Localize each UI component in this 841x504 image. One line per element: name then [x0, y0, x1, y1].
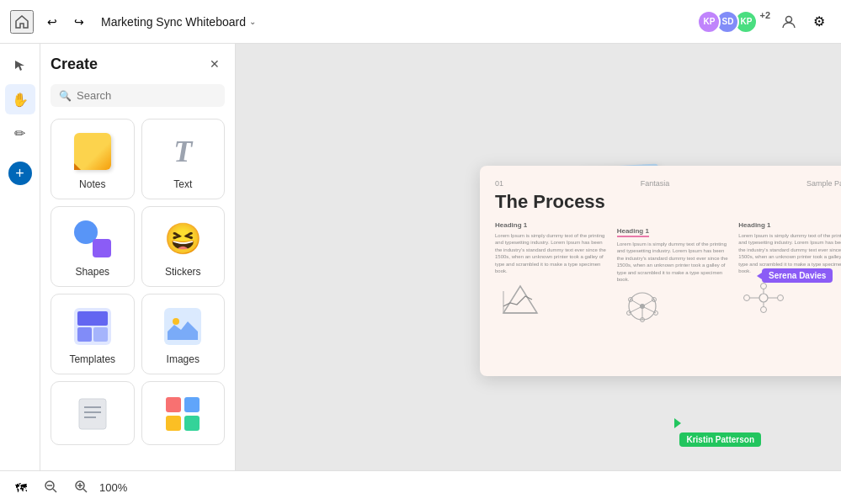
svg-rect-8 [184, 397, 200, 412]
svg-point-2 [173, 318, 179, 325]
home-button[interactable] [10, 10, 34, 34]
app-title: Marketing Sync Whiteboard [101, 15, 246, 29]
card-title: The Process [495, 191, 841, 213]
bottombar: 🗺 100% [0, 470, 841, 504]
select-tool-button[interactable] [5, 50, 35, 81]
col2-img [617, 288, 731, 328]
text-item[interactable]: T Text [141, 119, 226, 199]
more-items [51, 381, 225, 445]
images-item[interactable]: Images [141, 294, 226, 374]
kristin-label: Kristin Patterson [686, 435, 754, 444]
col1-img [495, 279, 609, 320]
create-items-grid: Notes T Text Shapes [51, 119, 225, 374]
canvas[interactable]: Revisit past events 01 Fantasia Sample P… [236, 44, 841, 504]
back-button[interactable]: ↩ [40, 10, 64, 34]
col3-img [738, 279, 841, 320]
text-icon: T [161, 130, 205, 173]
card-col-2: Heading 1 Lorem Ipsum is simply dummy te… [617, 221, 731, 328]
map-button[interactable]: 🗺 [10, 478, 32, 498]
hand-tool-button[interactable]: ✋ [5, 84, 35, 114]
shapes-label: Shapes [75, 266, 109, 278]
main-area: ✋ ✏ + Create ✕ 🔍 Notes T [0, 44, 841, 504]
pen-tool-button[interactable]: ✏ [5, 118, 35, 148]
svg-point-28 [778, 295, 784, 301]
shapes-item[interactable]: Shapes [51, 206, 135, 287]
avatar-kp: KP [697, 10, 721, 34]
user-icon-button[interactable] [777, 10, 801, 34]
templates-label: Templates [69, 353, 115, 365]
svg-point-27 [744, 295, 750, 301]
title-area[interactable]: Marketing Sync Whiteboard ⌄ [101, 15, 256, 29]
create-panel: Create ✕ 🔍 Notes T Text [40, 44, 236, 504]
shapes-icon [71, 217, 114, 261]
zoom-level: 100% [99, 481, 127, 494]
svg-rect-9 [166, 416, 181, 431]
search-input[interactable] [77, 89, 216, 102]
serena-davies-tooltip: Serena Davies [762, 268, 833, 283]
card-col-1: Heading 1 Lorem Ipsum is simply dummy te… [495, 221, 609, 328]
zoom-in-button[interactable] [69, 476, 93, 499]
notes-item[interactable]: Notes [51, 119, 135, 199]
stickers-label: Stickers [165, 266, 201, 278]
color-item[interactable] [141, 381, 226, 445]
images-label: Images [167, 353, 200, 365]
search-box[interactable]: 🔍 [51, 84, 225, 107]
svg-line-41 [83, 489, 87, 492]
chevron-down-icon: ⌄ [249, 17, 256, 26]
card-header: 01 Fantasia Sample Page [495, 179, 841, 188]
col1-heading: Heading 1 [495, 221, 609, 229]
svg-point-0 [786, 16, 792, 22]
extra-users-count: +2 [759, 10, 770, 34]
templates-icon [71, 305, 114, 348]
doc-item[interactable] [51, 381, 135, 445]
svg-point-20 [640, 304, 645, 309]
notes-label: Notes [79, 178, 105, 190]
serena-label: Serena Davies [769, 271, 826, 280]
notes-icon [71, 130, 114, 173]
col2-text: Lorem Ipsum is simply dummy text of the … [617, 241, 731, 283]
settings-button[interactable]: ⚙ [807, 10, 831, 34]
svg-rect-3 [79, 399, 106, 429]
close-panel-button[interactable]: ✕ [205, 54, 225, 74]
card-brand: Fantasia [641, 179, 670, 188]
col2-heading: Heading 1 [617, 227, 649, 237]
stickers-item[interactable]: 😆 Stickers [141, 206, 226, 287]
svg-rect-7 [166, 397, 181, 412]
card-page: Sample Page [806, 179, 841, 188]
templates-item[interactable]: Templates [51, 294, 135, 374]
nav-buttons: ↩ ↪ [40, 10, 91, 34]
kristin-cursor-icon [674, 418, 681, 428]
card-num: 01 [495, 179, 503, 188]
kristin-patterson-tooltip: Kristin Patterson [679, 432, 761, 447]
svg-point-30 [761, 307, 767, 313]
forward-button[interactable]: ↪ [67, 10, 91, 34]
doc-icon [71, 392, 114, 436]
topbar: ↩ ↪ Marketing Sync Whiteboard ⌄ KP SD KP… [0, 0, 841, 44]
col1-text: Lorem Ipsum is simply dummy text of the … [495, 232, 609, 274]
images-icon [161, 305, 205, 348]
col3-heading: Heading 1 [738, 221, 841, 229]
color-icon [161, 392, 205, 436]
left-toolbar: ✋ ✏ + [0, 44, 40, 504]
svg-point-29 [761, 284, 767, 289]
avatar-group: KP SD KP +2 [702, 10, 770, 34]
svg-rect-10 [184, 416, 200, 431]
add-tool-button[interactable]: + [8, 162, 32, 185]
zoom-out-button[interactable] [39, 476, 62, 499]
create-panel-title: Create [51, 56, 98, 73]
topbar-right: KP SD KP +2 ⚙ [702, 10, 831, 34]
create-panel-header: Create ✕ [51, 54, 225, 74]
search-icon: 🔍 [59, 90, 72, 102]
text-label: Text [173, 178, 192, 190]
stickers-icon: 😆 [161, 217, 205, 261]
svg-point-26 [759, 294, 768, 302]
svg-line-37 [53, 489, 56, 492]
